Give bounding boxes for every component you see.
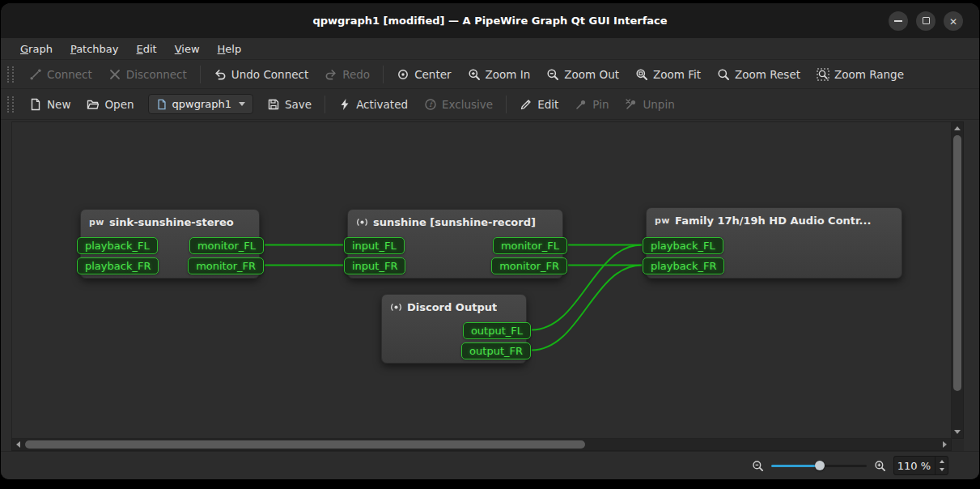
port-output_FL[interactable]: output_FL bbox=[463, 322, 531, 339]
close-button[interactable] bbox=[944, 11, 963, 31]
menu-view-rest: iew bbox=[181, 43, 199, 55]
port-monitor_FL[interactable]: monitor_FL bbox=[189, 237, 264, 254]
node-header: sink-sunshine-stereo bbox=[81, 210, 259, 232]
port-playback_FR[interactable]: playback_FR bbox=[643, 257, 724, 274]
scroll-right-button[interactable] bbox=[940, 439, 951, 450]
port-monitor_FR[interactable]: monitor_FR bbox=[188, 257, 264, 274]
vertical-scroll-track[interactable] bbox=[952, 134, 963, 427]
menu-edit[interactable]: Edit bbox=[129, 40, 165, 57]
record-icon bbox=[390, 301, 402, 313]
toolbar-separator bbox=[383, 66, 384, 83]
undo-connect-button[interactable]: Undo Connect bbox=[206, 63, 316, 86]
node-family-hd-audio[interactable]: Family 17h/19h HD Audio Contr... playbac… bbox=[646, 207, 902, 279]
node-sink-sunshine-stereo[interactable]: sink-sunshine-stereo playback_FL playbac… bbox=[80, 209, 260, 279]
arrow-right-icon bbox=[943, 441, 950, 448]
graph-canvas[interactable]: sink-sunshine-stereo playback_FL playbac… bbox=[11, 121, 952, 439]
zoom-reset-button[interactable]: Zoom Reset bbox=[710, 63, 808, 86]
arrow-up-icon bbox=[940, 457, 944, 463]
port-input_FL[interactable]: input_FL bbox=[344, 237, 405, 254]
node-discord-output[interactable]: Discord Output output_FL output_FR bbox=[381, 294, 527, 364]
new-label: New bbox=[47, 98, 70, 111]
port-monitor_FL[interactable]: monitor_FL bbox=[493, 237, 567, 254]
exclusive-button[interactable]: f Exclusive bbox=[417, 93, 500, 116]
node-title: Family 17h/19h HD Audio Contr... bbox=[675, 215, 871, 227]
zoom-spin-down-button[interactable] bbox=[935, 466, 948, 474]
node-title: Discord Output bbox=[407, 301, 497, 313]
toolbar-drag-handle[interactable] bbox=[7, 66, 14, 83]
maximize-button[interactable] bbox=[916, 11, 935, 31]
scroll-down-button[interactable] bbox=[952, 427, 963, 438]
scroll-up-button[interactable] bbox=[952, 122, 963, 134]
exclusive-label: Exclusive bbox=[442, 98, 493, 111]
menu-patchbay[interactable]: Patchbay bbox=[62, 40, 127, 57]
horizontal-scroll-thumb[interactable] bbox=[25, 440, 585, 449]
node-title: sunshine [sunshine-record] bbox=[373, 216, 536, 228]
menu-view[interactable]: View bbox=[167, 40, 208, 57]
toolbar-drag-handle[interactable] bbox=[7, 96, 14, 113]
open-label: Open bbox=[104, 98, 134, 111]
edit-label: Edit bbox=[537, 98, 558, 111]
zoom-fit-label: Zoom Fit bbox=[653, 68, 701, 81]
menu-graph-mnemonic: G bbox=[20, 43, 28, 55]
save-button[interactable]: Save bbox=[260, 93, 319, 116]
zoom-in-button[interactable]: Zoom In bbox=[460, 63, 538, 86]
pin-button[interactable]: Pin bbox=[567, 93, 616, 116]
zoom-reset-icon bbox=[717, 68, 730, 81]
new-button[interactable]: New bbox=[22, 93, 78, 116]
port-playback_FL[interactable]: playback_FL bbox=[77, 237, 158, 254]
zoom-slider[interactable] bbox=[771, 459, 867, 472]
connect-button[interactable]: Connect bbox=[22, 63, 100, 86]
vertical-scrollbar[interactable] bbox=[952, 121, 964, 439]
activated-button[interactable]: Activated bbox=[331, 93, 415, 116]
vertical-scroll-thumb[interactable] bbox=[953, 135, 961, 391]
zoom-out-label: Zoom Out bbox=[564, 68, 619, 81]
redo-button[interactable]: Redo bbox=[317, 63, 377, 86]
zoom-out-button[interactable]: Zoom Out bbox=[539, 63, 626, 86]
exclusive-icon: f bbox=[424, 98, 437, 111]
zoom-spinbox[interactable]: 110 % bbox=[893, 456, 948, 475]
center-label: Center bbox=[414, 68, 451, 81]
graph-toolbar: Connect Disconnect Undo Connect Redo Cen… bbox=[1, 60, 979, 89]
menu-graph[interactable]: Graph bbox=[12, 40, 61, 57]
unpin-icon bbox=[625, 98, 638, 111]
pin-label: Pin bbox=[592, 98, 609, 111]
minimize-button[interactable] bbox=[889, 11, 908, 31]
toolbar-separator bbox=[325, 96, 325, 113]
zoom-range-button[interactable]: Zoom Range bbox=[809, 63, 911, 86]
horizontal-scrollbar[interactable] bbox=[11, 439, 952, 451]
port-playback_FL[interactable]: playback_FL bbox=[643, 237, 723, 254]
zoom-slider-handle[interactable] bbox=[815, 461, 825, 470]
patchbay-toolbar: New Open qpwgraph1 Save Activated f Excl… bbox=[1, 89, 979, 120]
undo-icon bbox=[214, 68, 227, 81]
open-button[interactable]: Open bbox=[79, 93, 141, 116]
patchbay-select-value: qpwgraph1 bbox=[172, 98, 231, 110]
port-output_FR[interactable]: output_FR bbox=[461, 342, 531, 359]
spin-arrows bbox=[935, 457, 948, 474]
window-controls bbox=[889, 11, 963, 31]
chevron-down-icon bbox=[239, 102, 245, 106]
undo-connect-label: Undo Connect bbox=[231, 68, 308, 81]
edit-button[interactable]: Edit bbox=[512, 93, 566, 116]
patchbay-select[interactable]: qpwgraph1 bbox=[148, 94, 253, 114]
zoom-fit-icon bbox=[635, 68, 648, 81]
app-window: qpwgraph1 [modified] — A PipeWire Graph … bbox=[1, 3, 979, 479]
port-input_FR[interactable]: input_FR bbox=[344, 257, 405, 274]
node-sunshine[interactable]: sunshine [sunshine-record] input_FL inpu… bbox=[347, 209, 563, 279]
disconnect-button[interactable]: Disconnect bbox=[101, 63, 194, 86]
zoom-spin-up-button[interactable] bbox=[935, 457, 948, 466]
titlebar[interactable]: qpwgraph1 [modified] — A PipeWire Graph … bbox=[1, 3, 979, 38]
menu-edit-mnemonic: E bbox=[137, 43, 143, 55]
center-button[interactable]: Center bbox=[389, 63, 458, 86]
port-playback_FR[interactable]: playback_FR bbox=[77, 257, 159, 274]
connect-icon bbox=[29, 68, 42, 81]
pipewire-icon bbox=[655, 215, 670, 226]
port-monitor_FR[interactable]: monitor_FR bbox=[491, 257, 567, 274]
zoom-range-label: Zoom Range bbox=[834, 68, 904, 81]
menu-help[interactable]: Help bbox=[210, 40, 250, 57]
node-header: sunshine [sunshine-record] bbox=[348, 210, 562, 232]
save-label: Save bbox=[285, 98, 312, 111]
horizontal-scroll-track[interactable] bbox=[23, 439, 940, 450]
zoom-fit-button[interactable]: Zoom Fit bbox=[628, 63, 708, 86]
scroll-left-button[interactable] bbox=[12, 439, 23, 450]
unpin-button[interactable]: Unpin bbox=[617, 93, 681, 116]
